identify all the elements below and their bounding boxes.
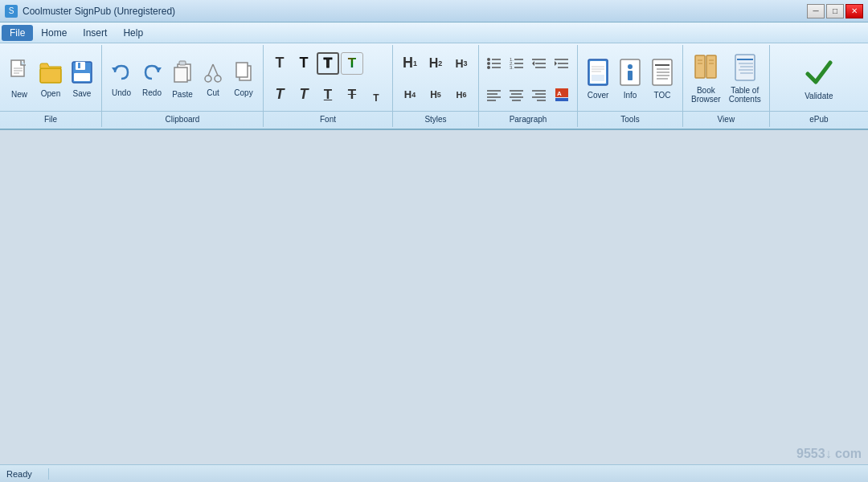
validate-button[interactable]: Validate	[801, 51, 837, 106]
copy-icon	[233, 61, 254, 87]
svg-rect-19	[236, 63, 248, 77]
save-label: Save	[73, 89, 92, 98]
numbered-list-button[interactable]: 1. 2. 3.	[506, 53, 527, 74]
save-button[interactable]: Save	[68, 51, 96, 106]
svg-point-22	[487, 62, 490, 65]
open-button[interactable]: Open	[35, 51, 66, 106]
svg-marker-9	[112, 67, 118, 72]
font-bold-button[interactable]: T	[293, 52, 315, 75]
toc-button[interactable]: TOC	[647, 51, 678, 106]
font-small-button[interactable]: T	[365, 84, 387, 106]
title-left: S Coolmuster SignPub (Unregistered)	[5, 5, 175, 18]
cut-icon	[203, 61, 223, 87]
watermark: 9553↓ com	[796, 447, 862, 461]
undo-button[interactable]: Undo	[107, 51, 136, 106]
status-bar: Ready	[0, 464, 868, 482]
clipboard-section-label: Clipboard	[102, 111, 263, 127]
menu-home[interactable]: Home	[33, 25, 75, 41]
h6-button[interactable]: H6	[449, 83, 473, 107]
info-button[interactable]: Info	[615, 51, 645, 106]
svg-point-24	[487, 66, 490, 69]
ribbon-section-font: T T T T T T T T T Font	[264, 45, 393, 127]
copy-button[interactable]: Copy	[229, 51, 258, 106]
cover-button[interactable]: Cover	[583, 51, 613, 106]
table-of-contents-button[interactable]: Table ofContents	[726, 51, 764, 106]
ribbon-section-paragraph: 1. 2. 3.	[479, 45, 578, 127]
align-left-button[interactable]	[484, 84, 505, 105]
status-divider	[48, 468, 49, 480]
increase-indent-button[interactable]	[551, 53, 572, 74]
svg-point-20	[487, 58, 490, 61]
window-controls: ─ □ ✕	[807, 4, 863, 18]
minimize-button[interactable]: ─	[807, 4, 825, 18]
svg-rect-13	[174, 67, 187, 82]
new-icon	[8, 59, 31, 88]
cut-button[interactable]: Cut	[199, 51, 227, 106]
h3-button[interactable]: H3	[449, 51, 473, 76]
bullet-list-button[interactable]	[484, 53, 505, 74]
paragraph-section-label: Paragraph	[479, 111, 577, 127]
close-button[interactable]: ✕	[845, 4, 863, 18]
maximize-button[interactable]: □	[826, 4, 844, 18]
redo-button[interactable]: Redo	[137, 51, 166, 106]
font-italic-button[interactable]: T	[268, 84, 291, 106]
tools-buttons: Cover Info	[578, 45, 682, 111]
paste-label: Paste	[172, 90, 193, 99]
menu-bar: File Home Insert Help	[0, 22, 868, 43]
font-color-button[interactable]: T	[341, 52, 363, 75]
ribbon-section-view: BookBrowser Table ofContents View	[683, 45, 770, 127]
align-center-button[interactable]	[506, 84, 527, 105]
font-italic2-button[interactable]: T	[293, 84, 315, 106]
svg-text:3.: 3.	[510, 65, 514, 70]
font-bold-outline-button[interactable]: T	[317, 52, 339, 75]
svg-rect-71	[706, 55, 716, 78]
svg-rect-63	[628, 71, 633, 80]
svg-marker-35	[532, 61, 534, 66]
book-browser-label: BookBrowser	[691, 86, 721, 104]
svg-point-15	[215, 76, 221, 82]
toc-icon	[650, 59, 674, 89]
font-underline-button[interactable]: T	[317, 84, 339, 106]
file-section-label: File	[0, 111, 101, 127]
status-text: Ready	[6, 469, 32, 479]
title-bar: S Coolmuster SignPub (Unregistered) ─ □ …	[0, 0, 868, 22]
align-right-button[interactable]	[529, 84, 550, 105]
new-button[interactable]: New	[5, 51, 34, 106]
svg-point-14	[205, 76, 211, 82]
svg-marker-39	[555, 61, 557, 66]
font-strikethrough-button[interactable]: T	[341, 84, 363, 106]
paste-button[interactable]: Paste	[168, 51, 197, 106]
svg-rect-12	[179, 61, 186, 65]
file-buttons: New Open	[0, 45, 101, 111]
styles-section-label: Styles	[393, 111, 478, 127]
decrease-indent-button[interactable]	[529, 53, 550, 74]
h2-button[interactable]: H2	[424, 51, 448, 76]
tools-section-label: Tools	[578, 111, 682, 127]
svg-rect-8	[74, 73, 90, 81]
cover-icon	[586, 59, 610, 89]
svg-rect-7	[78, 63, 80, 68]
highlight-button[interactable]: A	[551, 84, 572, 105]
validate-label: Validate	[805, 92, 833, 100]
table-of-contents-icon	[733, 54, 757, 84]
svg-line-17	[213, 64, 218, 76]
menu-help[interactable]: Help	[115, 25, 151, 41]
undo-label: Undo	[112, 88, 131, 97]
h5-button[interactable]: H5	[424, 83, 448, 107]
svg-rect-60	[592, 75, 604, 81]
view-buttons: BookBrowser Table ofContents	[683, 45, 769, 111]
main-content: 9553↓ com	[0, 130, 868, 464]
svg-marker-10	[155, 67, 162, 72]
menu-file[interactable]: File	[2, 25, 33, 41]
clipboard-buttons: Undo Redo P	[102, 45, 263, 111]
cover-label: Cover	[588, 91, 609, 100]
table-of-contents-label: Table ofContents	[729, 86, 761, 104]
h1-button[interactable]: H1	[398, 51, 422, 76]
h4-button[interactable]: H4	[398, 83, 422, 107]
menu-insert[interactable]: Insert	[75, 25, 115, 41]
ribbon-section-tools: Cover Info	[578, 45, 683, 127]
book-browser-button[interactable]: BookBrowser	[688, 51, 724, 106]
font-normal-button[interactable]: T	[268, 52, 291, 75]
open-label: Open	[41, 89, 60, 98]
ribbon: New Open	[0, 43, 868, 130]
